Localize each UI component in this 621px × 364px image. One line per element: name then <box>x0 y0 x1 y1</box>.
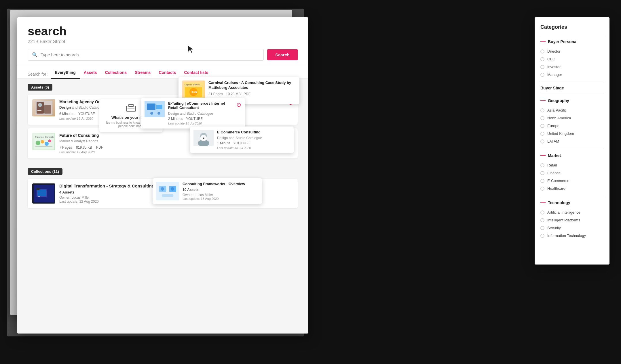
assets-badge: Assets (6) <box>28 84 52 91</box>
radio-ceo[interactable] <box>540 57 544 61</box>
category-retail[interactable]: Retail <box>540 161 604 169</box>
svg-text:Legends of FUN!: Legends of FUN! <box>185 84 200 86</box>
buyer-persona-dash: — <box>540 39 546 45</box>
category-asia-pacific[interactable]: Asia Pacific <box>540 106 604 114</box>
page-subtitle: 221B Baker Street <box>28 39 298 44</box>
frameworks-update: Last update: 13 Aug 2020 <box>183 197 245 200</box>
technology-group: — Technology <box>540 200 604 206</box>
radio-manager[interactable] <box>540 73 544 77</box>
divider-technology <box>540 196 604 196</box>
frameworks-title: Consulting Frameworks - Overview <box>183 182 245 186</box>
category-united-kingdom[interactable]: United Kingdom <box>540 130 604 137</box>
radio-europe[interactable] <box>540 124 544 128</box>
collections-badge: Collections (11) <box>28 168 62 175</box>
category-latam[interactable]: LATAM <box>540 137 604 145</box>
tab-assets[interactable]: Assets <box>80 70 101 79</box>
radio-latam[interactable] <box>540 139 544 143</box>
svg-rect-30 <box>37 190 46 196</box>
ecommerce-thumb: ▶ <box>193 130 214 146</box>
radio-ecommerce[interactable] <box>540 179 544 183</box>
frameworks-owner: Owner: Lucas Miller <box>183 193 245 197</box>
etailing-info: E-Tailing | eCommerce / Internet Retail … <box>168 101 233 125</box>
radio-asia-pacific[interactable] <box>540 108 544 112</box>
svg-rect-17 <box>44 105 51 114</box>
radio-finance[interactable] <box>540 171 544 175</box>
asset-thumb-marketing <box>32 99 55 116</box>
category-investor[interactable]: Investor <box>540 63 604 71</box>
category-information-technology[interactable]: Information Technology <box>540 232 604 240</box>
svg-rect-32 <box>36 188 39 190</box>
svg-text:FUN: FUN <box>191 91 197 94</box>
etailing-meta: 2 Minutes YOUTUBE <box>168 117 233 121</box>
right-panel: Categories — Buyer Persona Director CEO … <box>535 17 609 265</box>
category-healthcare[interactable]: Healthcare <box>540 185 604 192</box>
category-ai[interactable]: Artificial Intelligence <box>540 208 604 216</box>
asset-thumb-consulting: Future of Consulting <box>32 133 55 150</box>
ecommerce-update: Last update 15 Jul 2020 <box>217 146 262 150</box>
market-dash: — <box>540 152 546 158</box>
search-input[interactable] <box>41 52 259 57</box>
svg-point-50 <box>171 187 174 191</box>
market-group: — Market <box>540 152 604 158</box>
svg-rect-39 <box>147 104 155 110</box>
search-button[interactable]: Search <box>267 49 298 60</box>
search-bar-container: 🔍 Search <box>28 49 298 61</box>
frameworks-thumb <box>156 182 179 200</box>
buyer-persona-group: — Buyer Persona <box>540 39 604 45</box>
ecommerce-meta: 1 Minute YOUTUBE <box>217 141 262 145</box>
radio-healthcare[interactable] <box>540 187 544 191</box>
collections-section-header: Collections (11) <box>28 163 298 179</box>
svg-rect-19 <box>37 109 43 109</box>
divider-buyer-stage <box>540 82 604 82</box>
category-intelligent-platforms[interactable]: Intelligent Platforms <box>540 216 604 224</box>
radio-ai[interactable] <box>540 210 544 214</box>
play-button: ▶ <box>200 135 207 141</box>
radio-intelligent-platforms[interactable] <box>540 218 544 222</box>
radio-director[interactable] <box>540 49 544 53</box>
geography-label: Geography <box>548 98 569 103</box>
svg-point-23 <box>36 141 40 145</box>
category-manager[interactable]: Manager <box>540 71 604 78</box>
category-ecommerce[interactable]: E-Commerce <box>540 177 604 185</box>
radio-north-america[interactable] <box>540 116 544 120</box>
collection-thumb-digital <box>32 183 55 204</box>
etailing-card: E-Tailing | eCommerce / Internet Retail … <box>141 98 245 129</box>
technology-dash: — <box>540 200 546 206</box>
frameworks-card: Consulting Frameworks - Overview 10 Asse… <box>153 178 262 204</box>
svg-rect-31 <box>38 196 40 197</box>
buyer-stage-label: Buyer Stage <box>540 86 564 90</box>
svg-rect-40 <box>156 105 162 109</box>
buyer-stage-group: Buyer Stage <box>540 86 604 90</box>
radio-united-kingdom[interactable] <box>540 132 544 136</box>
frameworks-assets: 10 Assets <box>183 188 245 192</box>
radio-security[interactable] <box>540 226 544 230</box>
tab-collections[interactable]: Collections <box>101 70 131 79</box>
category-security[interactable]: Security <box>540 224 604 232</box>
radio-investor[interactable] <box>540 65 544 69</box>
svg-point-26 <box>48 139 51 142</box>
ecommerce-source: Design and Studio Catalogue <box>217 136 262 140</box>
radio-information-technology[interactable] <box>540 234 544 238</box>
categories-title: Categories <box>540 24 604 30</box>
main-card-header: search 221B Baker Street 🔍 Search <box>17 17 308 66</box>
carnival-title: Carnival Cruises - A Consulting Case Stu… <box>208 81 296 90</box>
divider-geography <box>540 94 604 94</box>
tab-contacts[interactable]: Contacts <box>155 70 180 79</box>
category-north-america[interactable]: North America <box>540 114 604 122</box>
category-finance[interactable]: Finance <box>540 169 604 177</box>
main-card: search 221B Baker Street 🔍 Search Search… <box>17 17 308 334</box>
category-europe[interactable]: Europe <box>540 122 604 130</box>
radio-retail[interactable] <box>540 163 544 167</box>
category-ceo[interactable]: CEO <box>540 55 604 63</box>
category-director[interactable]: Director <box>540 47 604 55</box>
svg-point-25 <box>45 142 49 146</box>
search-input-wrapper[interactable]: 🔍 <box>28 49 264 61</box>
etailing-check: ⊙ <box>236 101 241 108</box>
svg-point-24 <box>41 140 44 143</box>
tab-streams[interactable]: Streams <box>131 70 155 79</box>
svg-rect-20 <box>37 110 41 111</box>
svg-point-41 <box>150 112 153 115</box>
tab-everything[interactable]: Everything <box>51 70 79 79</box>
search-icon: 🔍 <box>32 52 38 58</box>
ecommerce-info: E Commerce Consulting Design and Studio … <box>217 130 262 150</box>
